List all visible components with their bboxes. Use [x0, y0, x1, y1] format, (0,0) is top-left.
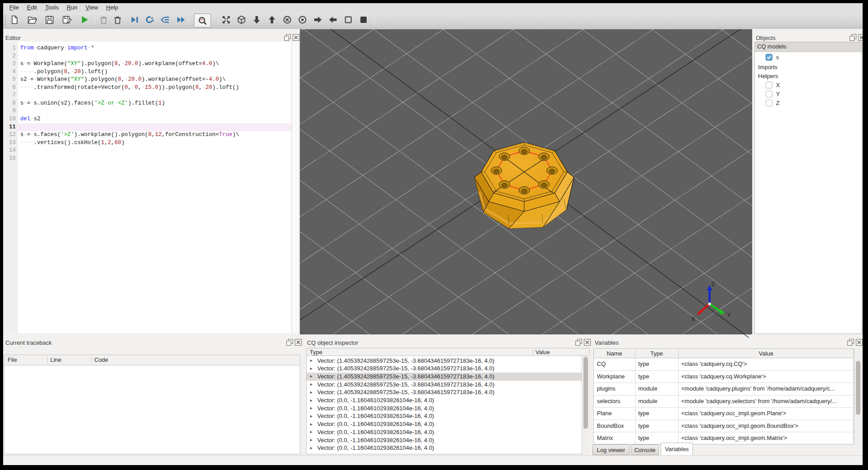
- code-line-15[interactable]: [18, 155, 291, 163]
- variables-row-CQ[interactable]: CQtype<class 'cadquery.cq.CQ'>: [594, 358, 853, 371]
- toolbar-view-right-icon[interactable]: [313, 15, 324, 26]
- objects-close-icon[interactable]: [858, 34, 863, 41]
- 3d-viewport[interactable]: Z X Y: [300, 29, 752, 334]
- expand-arrow-icon[interactable]: ▸: [310, 445, 312, 450]
- helper-z-checkbox[interactable]: [766, 100, 772, 106]
- inspector-close-icon[interactable]: [584, 339, 591, 346]
- menu-item-help[interactable]: Help: [102, 3, 123, 13]
- code-line-14[interactable]: [18, 147, 291, 155]
- model-s-checkbox[interactable]: [766, 54, 772, 61]
- variables-row-Workplane[interactable]: Workplanetype<class 'cadquery.cq.Workpla…: [594, 371, 853, 383]
- tree-group-cq-models[interactable]: CQ models: [755, 42, 862, 52]
- toolbar-debug-restart-icon[interactable]: [145, 15, 155, 26]
- variables-row-plugins[interactable]: pluginsmodule<module 'cadquery.plugins' …: [594, 383, 853, 395]
- expand-arrow-icon[interactable]: ▸: [310, 398, 312, 403]
- expand-arrow-icon[interactable]: ▸: [310, 437, 312, 442]
- inspector-float-icon[interactable]: [575, 339, 582, 346]
- inspector-row[interactable]: ▸Vector: (1.4053924288597253e-15, -3.680…: [307, 357, 589, 365]
- variables-float-icon[interactable]: [847, 339, 854, 346]
- toolbar-new-file-icon[interactable]: [9, 15, 20, 26]
- traceback-close-icon[interactable]: [295, 339, 302, 346]
- inspector-row[interactable]: ▸Vector: (0.0, -1.1604610293826104e-16, …: [307, 421, 589, 429]
- helper-x-checkbox[interactable]: [766, 82, 772, 88]
- code-line-1[interactable]: from·cadquery·import·*: [18, 44, 291, 53]
- tree-group-helpers[interactable]: Helpers: [758, 73, 778, 79]
- code-line-5[interactable]: s2·=·Workplane("XY").polygon(8,·20.0).wo…: [18, 76, 291, 84]
- helper-y-checkbox[interactable]: [766, 91, 772, 97]
- code-line-12[interactable]: s·=·s.faces('>Z').workplane().polygon(8,…: [18, 131, 291, 139]
- toolbar-view-top-icon[interactable]: [267, 15, 278, 26]
- toolbar-delete-disabled-icon[interactable]: [99, 15, 110, 26]
- expand-arrow-icon[interactable]: ▸: [310, 413, 312, 418]
- inspector-row[interactable]: ▸Vector: (0.0, -1.1604610293826104e-16, …: [307, 404, 589, 413]
- toolbar-drag-handle[interactable]: [4, 15, 6, 26]
- inspector-row[interactable]: ▸Vector: (0.0, -1.1604610293826104e-16, …: [307, 436, 589, 444]
- inspector-row[interactable]: ▸Vector: (0.0, -1.1604610293826104e-16, …: [307, 413, 589, 421]
- tab-console[interactable]: Console: [631, 444, 659, 455]
- expand-arrow-icon[interactable]: ▸: [310, 358, 312, 363]
- toolbar-delete-icon[interactable]: [113, 15, 123, 26]
- variables-row-Plane[interactable]: Planetype<class 'cadquery.occ_impl.geom.…: [594, 408, 853, 420]
- inspector-scrollbar[interactable]: [582, 356, 590, 454]
- menu-item-tools[interactable]: Tools: [41, 3, 62, 13]
- code-line-7[interactable]: [18, 92, 291, 100]
- menu-item-file[interactable]: File: [5, 3, 23, 13]
- toolbar-view-left-icon[interactable]: [328, 15, 339, 26]
- variables-row-BoundBox[interactable]: BoundBoxtype<class 'cadquery.occ_impl.ge…: [594, 420, 853, 433]
- traceback-float-icon[interactable]: [286, 339, 293, 346]
- editor-float-icon[interactable]: [284, 34, 291, 41]
- toolbar-save-icon[interactable]: [44, 15, 55, 26]
- toolbar-fit-view-icon[interactable]: [221, 15, 232, 26]
- toolbar-debug-step-icon[interactable]: [130, 15, 140, 26]
- inspector-row[interactable]: ▸Vector: (0.0, -1.1604610293826104e-16, …: [307, 397, 589, 405]
- objects-float-icon[interactable]: [850, 34, 856, 41]
- editor-scrollbar[interactable]: [291, 42, 298, 333]
- toolbar-open-file-icon[interactable]: [27, 15, 38, 26]
- code-line-2[interactable]: [18, 53, 291, 61]
- code-line-3[interactable]: s·=·Workplane("XY").polygon(8,·20.0).wor…: [18, 60, 291, 68]
- toolbar-view-bottom-icon[interactable]: [252, 15, 263, 26]
- expand-arrow-icon[interactable]: ▸: [310, 390, 312, 395]
- expand-arrow-icon[interactable]: ▸: [310, 366, 312, 371]
- inspector-row[interactable]: ▸Vector: (1.4053924288597253e-15, -3.680…: [307, 381, 589, 389]
- toolbar-save-as-icon[interactable]: [62, 15, 73, 26]
- expand-arrow-icon[interactable]: ▸: [310, 373, 312, 378]
- tree-item-s[interactable]: s: [776, 54, 779, 61]
- tree-group-imports[interactable]: Imports: [758, 64, 777, 70]
- variables-row-selectors[interactable]: selectorsmodule<module 'cadquery.selecto…: [594, 395, 853, 408]
- code-line-11[interactable]: [18, 123, 291, 132]
- menu-item-edit[interactable]: Edit: [23, 3, 41, 13]
- code-line-13[interactable]: ····.vertices().cskHole(1,2,60): [18, 139, 291, 147]
- tree-item-x[interactable]: X: [776, 82, 780, 88]
- code-line-8[interactable]: s·=·s.union(s2).faces('>Z·or·<Z').fillet…: [18, 100, 291, 108]
- inspector-row[interactable]: ▸Vector: (1.4053924288597253e-15, -3.680…: [307, 365, 589, 373]
- inspector-row[interactable]: ▸Vector: (0.0, -1.1604610293826104e-16, …: [307, 428, 589, 436]
- toolbar-wireframe-icon[interactable]: [343, 15, 354, 26]
- expand-arrow-icon[interactable]: ▸: [310, 405, 312, 410]
- code-line-6[interactable]: ····.transformed(rotate=Vector(0,·0,·15.…: [18, 84, 291, 92]
- tab-variables[interactable]: Variables: [661, 443, 693, 455]
- toolbar-view-back-icon[interactable]: [298, 15, 308, 26]
- expand-arrow-icon[interactable]: ▸: [310, 382, 312, 387]
- toolbar-iso-view-icon[interactable]: [237, 15, 247, 26]
- tree-item-y[interactable]: Y: [776, 91, 780, 97]
- code-line-9[interactable]: [18, 107, 291, 115]
- inspector-row[interactable]: ▸Vector: (0.0, -1.1604610293826104e-16, …: [307, 452, 589, 454]
- toolbar-run-icon[interactable]: [79, 15, 90, 26]
- tab-log-viewer[interactable]: Log viewer: [592, 444, 630, 455]
- code-editor[interactable]: 123456789101112131415 from·cadquery·impo…: [4, 42, 291, 333]
- inspector-row[interactable]: ▸Vector: (0.0, -1.1604610293826104e-16, …: [307, 444, 589, 452]
- inspector-row[interactable]: ▸Vector: (1.4053924288597253e-15, -3.680…: [307, 373, 589, 381]
- inspector-row[interactable]: ▸Vector: (1.4053924288597253e-15, -3.680…: [307, 389, 589, 397]
- code-line-4[interactable]: ····.polygon(8,·20).loft(): [18, 68, 291, 76]
- variables-close-icon[interactable]: [856, 339, 863, 346]
- toolbar-view-front-icon[interactable]: [282, 15, 293, 26]
- menu-item-run[interactable]: Run: [63, 3, 82, 13]
- toolbar-zoom-toggle-button[interactable]: [194, 13, 211, 27]
- menu-item-view[interactable]: View: [82, 3, 102, 13]
- variables-scrollbar[interactable]: [854, 348, 862, 444]
- toolbar-debug-frames-icon[interactable]: [160, 15, 171, 26]
- variables-row-Matrix[interactable]: Matrixtype<class 'cadquery.occ_impl.geom…: [594, 432, 853, 444]
- expand-arrow-icon[interactable]: ▸: [310, 453, 312, 454]
- tree-item-z[interactable]: Z: [776, 100, 780, 106]
